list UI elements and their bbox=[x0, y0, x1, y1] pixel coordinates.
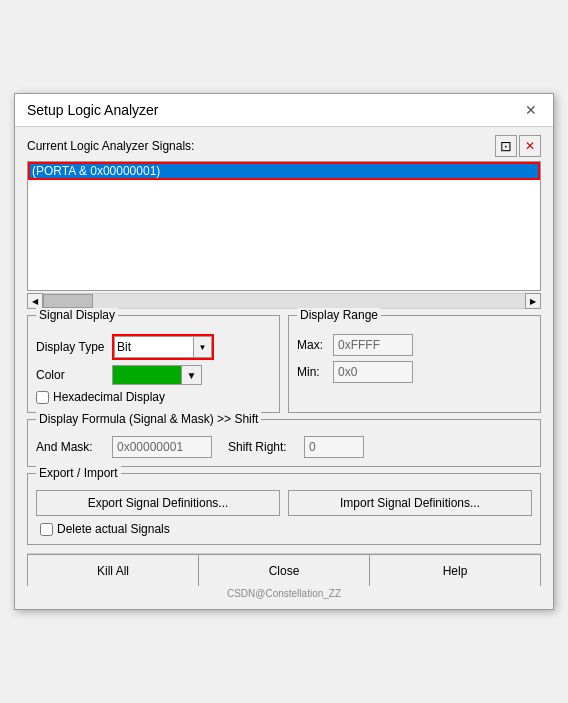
display-type-select[interactable]: Bit Decimal Hexadecimal Binary ASCII bbox=[114, 336, 194, 358]
color-swatch[interactable] bbox=[112, 365, 182, 385]
color-label: Color bbox=[36, 368, 106, 382]
dialog-title: Setup Logic Analyzer bbox=[27, 102, 159, 118]
dialog: Setup Logic Analyzer ✕ Current Logic Ana… bbox=[14, 93, 554, 610]
title-bar: Setup Logic Analyzer ✕ bbox=[15, 94, 553, 127]
signals-header: Current Logic Analyzer Signals: ⊡ ✕ bbox=[27, 135, 541, 157]
color-swatch-wrapper: ▼ bbox=[112, 365, 202, 385]
export-signal-btn[interactable]: Export Signal Definitions... bbox=[36, 490, 280, 516]
hex-display-row: Hexadecimal Display bbox=[36, 390, 271, 404]
delete-row: Delete actual Signals bbox=[36, 522, 532, 536]
display-type-row: Display Type Bit Decimal Hexadecimal Bin… bbox=[36, 334, 271, 360]
formula-group-title: Display Formula (Signal & Mask) >> Shift bbox=[36, 412, 261, 426]
import-signal-btn[interactable]: Import Signal Definitions... bbox=[288, 490, 532, 516]
dialog-body: Current Logic Analyzer Signals: ⊡ ✕ (POR… bbox=[15, 127, 553, 609]
and-mask-row: And Mask: bbox=[36, 436, 212, 458]
h-scroll-thumb[interactable] bbox=[43, 294, 93, 308]
display-type-arrow[interactable]: ▼ bbox=[194, 336, 212, 358]
delete-signal-button[interactable]: ✕ bbox=[519, 135, 541, 157]
max-row: Max: bbox=[297, 334, 532, 356]
signals-list-container[interactable]: (PORTA & 0x00000001) bbox=[27, 161, 541, 291]
min-input[interactable] bbox=[333, 361, 413, 383]
h-scroll-left-btn[interactable]: ◀ bbox=[27, 293, 43, 309]
shift-right-row: Shift Right: bbox=[228, 436, 364, 458]
bottom-buttons: Kill All Close Help bbox=[27, 553, 541, 586]
h-scrollbar: ◀ ▶ bbox=[27, 293, 541, 309]
signals-selected-item[interactable]: (PORTA & 0x00000001) bbox=[28, 162, 540, 180]
display-range-title: Display Range bbox=[297, 308, 381, 322]
signal-display-title: Signal Display bbox=[36, 308, 118, 322]
color-download-btn[interactable]: ▼ bbox=[182, 365, 202, 385]
max-label: Max: bbox=[297, 338, 327, 352]
signals-toolbar: ⊡ ✕ bbox=[495, 135, 541, 157]
signal-display-group: Signal Display Display Type Bit Decimal … bbox=[27, 315, 280, 413]
max-input[interactable] bbox=[333, 334, 413, 356]
h-scroll-right-btn[interactable]: ▶ bbox=[525, 293, 541, 309]
delete-signals-checkbox[interactable] bbox=[40, 523, 53, 536]
display-type-label: Display Type bbox=[36, 340, 106, 354]
min-label: Min: bbox=[297, 365, 327, 379]
help-button[interactable]: Help bbox=[370, 554, 541, 586]
kill-all-button[interactable]: Kill All bbox=[27, 554, 199, 586]
signals-section: Current Logic Analyzer Signals: ⊡ ✕ (POR… bbox=[27, 135, 541, 309]
hex-display-label: Hexadecimal Display bbox=[53, 390, 165, 404]
and-mask-input[interactable] bbox=[112, 436, 212, 458]
and-mask-label: And Mask: bbox=[36, 440, 106, 454]
signals-list-inner: (PORTA & 0x00000001) bbox=[28, 162, 540, 180]
shift-right-input[interactable] bbox=[304, 436, 364, 458]
section-group-middle: Signal Display Display Type Bit Decimal … bbox=[27, 315, 541, 413]
signals-label: Current Logic Analyzer Signals: bbox=[27, 139, 194, 153]
export-import-group: Export / Import Export Signal Definition… bbox=[27, 473, 541, 545]
hex-display-checkbox[interactable] bbox=[36, 391, 49, 404]
export-import-buttons-row: Export Signal Definitions... Import Sign… bbox=[36, 490, 532, 516]
watermark: CSDN@Constellation_ZZ bbox=[27, 586, 541, 601]
display-range-group: Display Range Max: Min: bbox=[288, 315, 541, 413]
delete-label: Delete actual Signals bbox=[57, 522, 170, 536]
formula-row: And Mask: Shift Right: bbox=[36, 436, 532, 458]
export-import-title: Export / Import bbox=[36, 466, 121, 480]
formula-group: Display Formula (Signal & Mask) >> Shift… bbox=[27, 419, 541, 467]
display-type-dropdown-wrapper: Bit Decimal Hexadecimal Binary ASCII ▼ bbox=[112, 334, 214, 360]
h-scroll-track[interactable] bbox=[43, 293, 525, 309]
close-dialog-button[interactable]: Close bbox=[199, 554, 370, 586]
min-row: Min: bbox=[297, 361, 532, 383]
dotted-select-button[interactable]: ⊡ bbox=[495, 135, 517, 157]
shift-right-label: Shift Right: bbox=[228, 440, 298, 454]
color-row: Color ▼ bbox=[36, 365, 271, 385]
close-button[interactable]: ✕ bbox=[521, 102, 541, 118]
